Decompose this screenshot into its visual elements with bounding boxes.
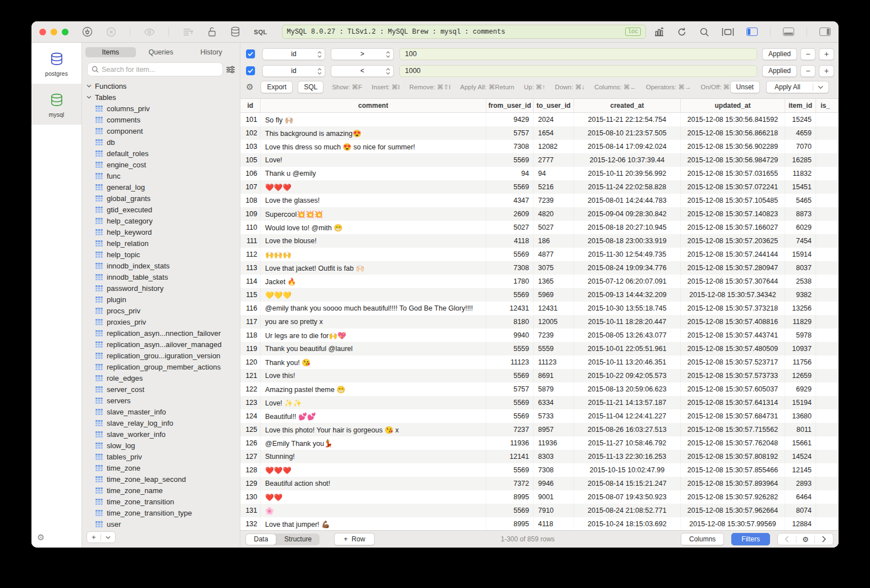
cell-to_user_id[interactable]: 7910 [534,504,574,517]
cell-item_id[interactable]: 6029 [785,221,816,234]
cell-is_[interactable] [816,248,839,261]
add-item-menu-button[interactable] [101,532,115,543]
table-row[interactable]: 107❤️❤️❤️556952162015-11-24 22:02:58.828… [240,180,839,194]
filter-sliders-icon[interactable] [226,66,235,74]
cell-is_[interactable] [816,409,839,423]
cell-to_user_id[interactable]: 2777 [534,153,574,167]
cell-updated_at[interactable]: 2015-12-08 15:30:57.244144 [681,248,785,261]
cell-item_id[interactable]: 5465 [785,194,816,207]
cell-updated_at[interactable]: 2015-12-08 15:30:57.34342 [681,288,785,302]
sql-tool-icon[interactable]: SQL [254,29,267,35]
cell-is_[interactable] [816,329,839,342]
cell-is_[interactable] [816,275,839,288]
cell-to_user_id[interactable]: 5733 [534,409,574,423]
cell-id[interactable]: 120 [240,355,261,369]
cell-created_at[interactable]: 2015-08-07 19:43:50.923 [574,490,681,504]
remove-filter-button[interactable]: − [800,48,816,60]
cell-created_at[interactable]: 2015-12-06 10:37:39.44 [574,153,681,167]
refresh-icon[interactable] [677,27,687,37]
cell-created_at[interactable]: 2015-08-10 21:23:57.505 [574,126,681,140]
cell-from_user_id[interactable]: 8180 [486,315,534,329]
sidebar-table-item[interactable]: replication_asyn...nnection_failover [82,327,240,339]
table-row[interactable]: 105Love!556927772015-12-06 10:37:39.4420… [240,153,839,167]
cell-item_id[interactable]: 12145 [785,463,816,477]
sidebar-table-item[interactable]: replication_group_member_actions [82,361,240,372]
sidebar-table-item[interactable]: password_history [82,282,240,294]
cell-created_at[interactable]: 2015-11-13 22:30:16.253 [574,450,681,463]
cell-id[interactable]: 112 [240,248,261,261]
cell-id[interactable]: 110 [240,221,261,234]
cell-created_at[interactable]: 2015-08-14 15:15:21.247 [574,477,681,490]
sidebar-table-item[interactable]: replication_grou...iguration_version [82,350,240,361]
cell-comment[interactable]: Love this dress so much 😍 so nice for su… [261,140,486,153]
cell-item_id[interactable]: 13256 [785,302,816,315]
add-filter-button[interactable]: + [819,65,834,77]
sql-preview-button[interactable]: SQL [298,81,324,93]
table-row[interactable]: 113Love that jacket! Outfit is fab 🙌🏻730… [240,261,839,275]
table-row[interactable]: 116@emily thank you soooo much beautiful… [240,302,839,315]
cell-item_id[interactable]: 8037 [785,261,816,275]
table-row[interactable]: 128❤️❤️❤️556973082015-10-15 10:02:47.992… [240,463,839,477]
cell-item_id[interactable]: 10937 [785,342,816,355]
cell-created_at[interactable]: 2015-08-24 21:08:52.771 [574,504,681,517]
cell-id[interactable]: 128 [240,463,261,477]
table-row[interactable]: 111Love the blouse!41181862015-08-18 23:… [240,234,839,248]
cell-to_user_id[interactable]: 8303 [534,450,574,463]
cell-item_id[interactable]: 11832 [785,167,816,180]
cell-from_user_id[interactable]: 5569 [486,180,534,194]
cell-comment[interactable]: Thank u @emily [261,167,486,180]
toggle-right-panel-icon[interactable] [819,28,831,36]
cell-id[interactable]: 102 [240,126,261,140]
cell-to_user_id[interactable]: 94 [534,167,574,180]
preview-eye-icon[interactable] [144,28,155,36]
cell-comment[interactable]: ❤️❤️❤️ [261,463,486,477]
search-icon[interactable] [699,27,709,37]
sidebar-table-item[interactable]: help_keyword [82,226,240,238]
cell-created_at[interactable]: 2015-10-15 10:02:47.99 [574,463,681,477]
filters-button[interactable]: Filters [731,533,770,545]
cell-item_id[interactable]: 4659 [785,126,816,140]
filter-enabled-checkbox[interactable] [246,66,255,75]
cell-id[interactable]: 119 [240,342,261,355]
chart-icon[interactable] [654,27,664,37]
table-row[interactable]: 124Beautiful!! 💕💕556957332015-11-04 12:2… [240,409,839,423]
cell-item_id[interactable]: 7454 [785,234,816,248]
sidebar-table-item[interactable]: role_edges [82,372,240,384]
apply-all-button[interactable]: Apply All [766,81,829,93]
sidebar-table-item[interactable]: procs_priv [82,305,240,316]
export-button[interactable]: Export [261,81,293,93]
cell-item_id[interactable]: 5978 [785,329,816,342]
cell-from_user_id[interactable]: 5569 [486,504,534,517]
settings-gear-icon[interactable]: ⚙ [37,532,44,543]
previous-page-button[interactable] [778,534,796,545]
sidebar-table-item[interactable]: engine_cost [82,159,240,170]
cell-to_user_id[interactable]: 7308 [534,463,574,477]
column-header-is[interactable]: is_ [816,99,839,112]
cell-comment[interactable]: Love that jumper! 💪🏾 [261,517,486,530]
cell-id[interactable]: 123 [240,396,261,409]
sidebar-table-item[interactable]: slave_master_info [82,406,240,417]
filter-enabled-checkbox[interactable] [246,49,255,58]
cell-item_id[interactable]: 15914 [785,248,816,261]
sidebar-table-item[interactable]: slow_log [82,440,240,451]
cell-id[interactable]: 116 [240,302,261,315]
cell-from_user_id[interactable]: 5559 [486,342,534,355]
cell-from_user_id[interactable]: 5569 [486,409,534,423]
sidebar-table-item[interactable]: gtid_executed [82,204,240,215]
sidebar-table-item[interactable]: plugin [82,294,240,305]
sidebar-table-item[interactable]: slave_relay_log_info [82,417,240,429]
cell-is_[interactable] [816,153,839,167]
cell-to_user_id[interactable]: 3075 [534,261,574,275]
filter-applied-button[interactable]: Applied [762,65,797,77]
cell-id[interactable]: 107 [240,180,261,194]
cell-id[interactable]: 109 [240,207,261,221]
cell-comment[interactable]: @Emily Thank you💃 [261,436,486,450]
structure-view-button[interactable]: Structure [276,534,320,545]
cell-item_id[interactable]: 15661 [785,436,816,450]
cell-created_at[interactable]: 2015-10-22 09:42:05.573 [574,369,681,382]
tab-queries[interactable]: Queries [136,47,186,57]
cell-created_at[interactable]: 2015-08-26 16:03:27.513 [574,423,681,436]
cell-to_user_id[interactable]: 5879 [534,382,574,396]
cell-created_at[interactable]: 2015-11-27 10:58:46.792 [574,436,681,450]
unset-button[interactable]: Unset [730,81,760,93]
